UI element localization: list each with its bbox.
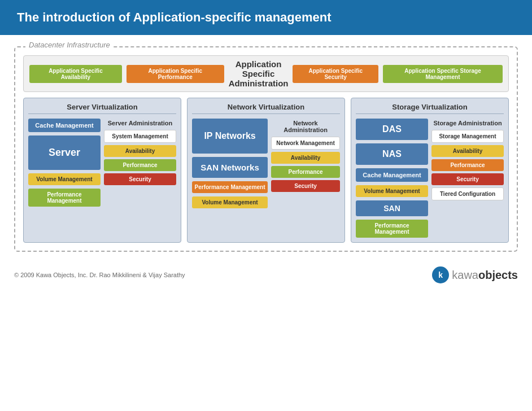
app-green-storage: Application Specific Storage Management — [383, 65, 503, 83]
storage-admin-label: Storage Administration — [431, 119, 504, 128]
footer-copyright: © 2009 Kawa Objects, Inc. Dr. Rao Mikkil… — [14, 272, 185, 278]
storage-cache-mgmt-box: Cache Management — [356, 168, 428, 182]
network-virt-col: Network Virtualization IP Networks SAN N… — [187, 98, 345, 243]
server-performance-box: Performance — [104, 159, 176, 171]
server-admin-label: Server Administration — [104, 119, 176, 128]
server-box: Server — [28, 135, 101, 170]
page-header: The introduction of Application-specific… — [0, 0, 532, 35]
storage-availability-box: Availability — [431, 145, 504, 157]
app-green-availability: Application Specific Availability — [29, 65, 122, 83]
app-specific-row: Application Specific Availability Applic… — [23, 55, 509, 92]
app-orange-security: Application Specific Security — [293, 65, 378, 83]
server-right: Server Administration System Management … — [104, 119, 176, 207]
network-right: Network Administration Network Managemen… — [271, 119, 340, 208]
network-volume-mgmt-box: Volume Management — [192, 196, 268, 208]
storage-volume-mgmt-box: Volume Management — [356, 185, 428, 197]
storage-mgmt-box: Storage Management — [431, 130, 504, 143]
sys-mgmt-box: System Management — [104, 130, 176, 143]
storage-left: DAS NAS Cache Management Volume Manageme… — [356, 119, 428, 238]
server-virt-title: Server Virtualization — [28, 103, 176, 114]
ip-networks-box: IP Networks — [192, 119, 268, 154]
logo-icon: k — [432, 266, 449, 283]
net-admin-label: Network Administration — [271, 119, 340, 134]
san-networks-box: SAN Networks — [192, 157, 268, 178]
storage-performance-box: Performance — [431, 159, 504, 171]
logo-kawa: kawaobjects — [452, 269, 518, 282]
storage-virt-col: Storage Virtualization DAS NAS Cache Man… — [351, 98, 509, 243]
storage-virt-title: Storage Virtualization — [356, 103, 504, 114]
server-left: Cache Management Server Volume Managemen… — [28, 119, 101, 207]
storage-security-box: Security — [431, 173, 504, 185]
volume-mgmt-box: Volume Management — [28, 173, 101, 185]
datacenter-box: Datacenter Infrastructure Application Sp… — [14, 46, 518, 252]
server-virt-col: Server Virtualization Cache Management S… — [23, 98, 181, 243]
cache-mgmt-box: Cache Management — [28, 119, 101, 132]
nas-box: NAS — [356, 143, 428, 165]
san-box: SAN — [356, 200, 428, 216]
header-title: The introduction of Application-specific… — [17, 10, 332, 24]
storage-right: Storage Administration Storage Managemen… — [431, 119, 504, 238]
network-virt-inner: IP Networks SAN Networks Performance Man… — [192, 119, 340, 208]
network-perf-mgmt-box: Performance Management — [192, 181, 268, 193]
server-virt-inner: Cache Management Server Volume Managemen… — [28, 119, 176, 207]
storage-virt-inner: DAS NAS Cache Management Volume Manageme… — [356, 119, 504, 238]
server-availability-box: Availability — [104, 145, 176, 157]
footer-logo: k kawaobjects — [432, 266, 518, 283]
network-availability-box: Availability — [271, 152, 340, 164]
server-perf-mgmt-box: Performance Management — [28, 189, 101, 207]
tiered-config-box: Tiered Configuration — [431, 187, 504, 200]
network-virt-title: Network Virtualization — [192, 103, 340, 114]
app-specific-label: Application Specific Administration — [229, 59, 289, 88]
das-box: DAS — [356, 119, 428, 140]
app-orange-performance: Application Specific Performance — [127, 65, 224, 83]
datacenter-label: Datacenter Infrastructure — [25, 41, 114, 49]
server-security-box: Security — [104, 173, 176, 185]
network-performance-box: Performance — [271, 166, 340, 178]
main-content: Datacenter Infrastructure Application Sp… — [0, 41, 532, 262]
network-security-box: Security — [271, 180, 340, 192]
net-mgmt-box: Network Management — [271, 137, 340, 150]
storage-perf-mgmt-box: Performance Management — [356, 220, 428, 238]
three-col-row: Server Virtualization Cache Management S… — [23, 98, 509, 243]
network-left: IP Networks SAN Networks Performance Man… — [192, 119, 268, 208]
footer: © 2009 Kawa Objects, Inc. Dr. Rao Mikkil… — [0, 262, 532, 288]
